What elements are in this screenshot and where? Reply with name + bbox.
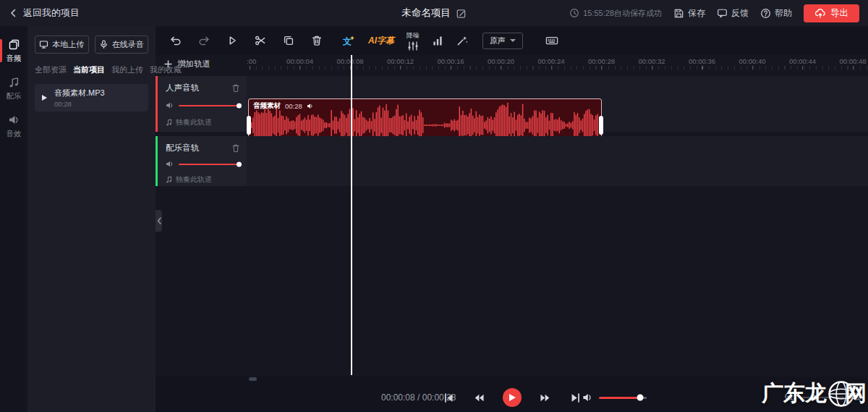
collapse-panel-handle[interactable] <box>156 210 162 232</box>
asset-panel: 本地上传 在线录音 全部资源 当前项目 我的上传 我的收藏 音频素材.MP3 0… <box>27 26 156 412</box>
track-volume-slider[interactable] <box>179 105 240 106</box>
ruler-tick-label: 00:00:12 <box>387 57 414 65</box>
fast-forward-icon <box>539 392 552 403</box>
export-button[interactable]: 导出 <box>804 4 859 22</box>
cut-button[interactable] <box>246 26 274 55</box>
timeline: 增加轨道 人声音轨 独奏此轨道 <box>156 55 868 377</box>
mixer-tool[interactable] <box>432 35 443 46</box>
shortcut-keyboard-button[interactable] <box>545 34 558 47</box>
autosave-status: 15:55:28自动保存成功 <box>569 8 662 19</box>
save-icon <box>673 8 684 19</box>
local-upload-label: 本地上传 <box>52 39 84 50</box>
clip-name: 音频素材 <box>253 101 281 111</box>
copy-icon <box>282 34 295 47</box>
original-voice-dropdown[interactable]: 原声 <box>482 33 523 49</box>
note-icon <box>166 119 172 126</box>
back-chevron-icon <box>9 8 18 18</box>
local-upload-button[interactable]: 本地上传 <box>35 35 89 54</box>
music-track-lane[interactable] <box>247 136 868 186</box>
rail-item-music[interactable]: 配乐 <box>0 70 27 107</box>
rewind-button[interactable] <box>472 392 485 403</box>
tab-my-favorites[interactable]: 我的收藏 <box>150 64 182 75</box>
save-button[interactable]: 保存 <box>673 7 705 20</box>
cloud-export-icon <box>814 8 826 19</box>
online-record-label: 在线录音 <box>112 39 144 50</box>
play-button[interactable] <box>503 388 522 407</box>
clip-trim-handle-left[interactable] <box>247 116 251 135</box>
ruler-tick-label: 00:00:36 <box>689 57 715 65</box>
volume-slider-knob[interactable] <box>237 161 242 167</box>
monitor-upload-icon <box>39 40 48 49</box>
category-rail: 音频 配乐 音效 <box>0 26 27 412</box>
undo-button[interactable] <box>161 26 190 55</box>
delete-button[interactable] <box>302 26 331 55</box>
volume-icon[interactable] <box>582 392 592 403</box>
asset-name: 音频素材.MP3 <box>54 88 105 98</box>
undo-icon <box>169 34 182 47</box>
ruler-tick-label: 00:00:48 <box>840 57 867 65</box>
copy-button[interactable] <box>274 26 302 55</box>
denoise-sliders-icon <box>407 41 419 51</box>
tab-all-resources[interactable]: 全部资源 <box>35 64 67 75</box>
track-delete-icon[interactable] <box>231 83 240 93</box>
feedback-bubble-icon <box>717 8 728 19</box>
track-volume-slider[interactable] <box>179 164 240 165</box>
volume-slider-knob[interactable] <box>237 103 242 108</box>
fast-forward-button[interactable] <box>539 392 552 403</box>
feedback-button[interactable]: 反馈 <box>717 7 749 20</box>
rail-item-sfx[interactable]: 音效 <box>0 107 27 145</box>
zoom-slider[interactable] <box>802 397 844 398</box>
horizontal-scrollbar-thumb[interactable] <box>249 377 257 381</box>
tab-my-uploads[interactable]: 我的上传 <box>111 64 143 75</box>
online-record-button[interactable]: 在线录音 <box>95 35 149 54</box>
track-headers: 增加轨道 人声音轨 独奏此轨道 <box>156 55 247 377</box>
add-track-label: 增加轨道 <box>177 59 210 70</box>
ruler-tick-label: 00:00:20 <box>488 57 514 65</box>
chevron-down-icon <box>510 39 516 42</box>
rail-item-audio[interactable]: 音频 <box>0 32 27 70</box>
bars-icon <box>432 35 443 46</box>
asset-play-icon[interactable] <box>42 95 47 101</box>
rail-label: 音频 <box>7 54 22 64</box>
redo-button[interactable] <box>190 26 218 55</box>
solo-track-button[interactable]: 独奏此轨道 <box>166 175 240 185</box>
edit-toolbar: 文 AI字幕 降噪 原声 <box>156 26 868 55</box>
denoise-tool[interactable]: 降噪 <box>407 31 420 51</box>
magic-wand-icon <box>456 34 469 47</box>
export-label: 导出 <box>830 7 848 20</box>
skip-to-end-button[interactable] <box>569 392 582 404</box>
original-voice-label: 原声 <box>490 35 506 46</box>
topbar: 返回我的项目 未命名项目 15:55:28自动保存成功 保存 反馈 帮助 <box>0 0 868 26</box>
save-label: 保存 <box>688 7 705 20</box>
clock-icon <box>569 8 579 18</box>
rewind-icon <box>472 392 485 403</box>
clip-trim-handle-right[interactable] <box>599 116 603 135</box>
clip-duration: 00:28 <box>285 102 302 110</box>
vocal-track-lane[interactable]: 音频素材 00:28 <box>247 76 868 132</box>
time-ruler[interactable]: 0:00 00:00:04 00:00:08 00:00:12 00:00:16… <box>247 55 868 70</box>
master-volume-knob[interactable] <box>637 395 644 401</box>
master-volume-slider[interactable] <box>599 397 647 399</box>
zoom-out-icon[interactable] <box>784 392 795 403</box>
ai-subtitle-tool[interactable]: AI字幕 <box>368 35 394 47</box>
editor-main: 文 AI字幕 降噪 原声 <box>156 26 868 412</box>
voice-effect-tool[interactable] <box>456 34 469 47</box>
zoom-in-icon[interactable] <box>851 392 862 403</box>
rail-label: 配乐 <box>7 91 22 101</box>
asset-list-item[interactable]: 音频素材.MP3 00:28 <box>35 84 148 112</box>
solo-track-button[interactable]: 独奏此轨道 <box>166 117 240 127</box>
microphone-icon <box>99 40 109 49</box>
preview-play-button[interactable] <box>218 26 246 55</box>
help-button[interactable]: 帮助 <box>760 7 792 20</box>
ruler-tick-label: 00:00:32 <box>639 57 665 65</box>
music-note-icon <box>8 76 20 88</box>
ai-translate-tool[interactable]: 文 <box>342 34 356 47</box>
back-button[interactable]: 返回我的项目 <box>9 7 80 20</box>
ruler-tick-label: 00:00:40 <box>739 57 766 65</box>
rename-icon[interactable] <box>456 8 467 19</box>
zoom-slider-knob[interactable] <box>812 395 817 400</box>
svg-text:文: 文 <box>342 36 352 46</box>
track-delete-icon[interactable] <box>231 143 240 153</box>
tab-current-project[interactable]: 当前项目 <box>73 64 105 75</box>
feedback-label: 反馈 <box>731 7 749 20</box>
